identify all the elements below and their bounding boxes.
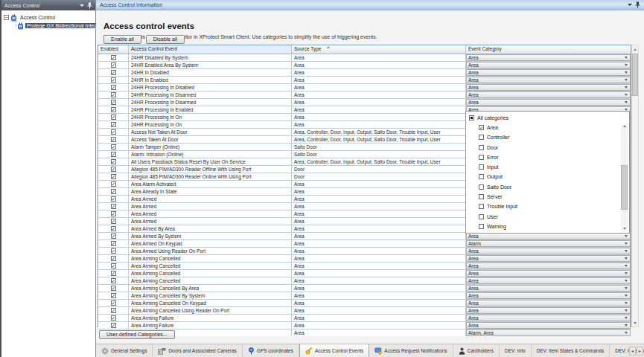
enabled-checkbox[interactable]: ✓ [111,137,116,142]
event-category-combobox[interactable]: Area [466,263,631,269]
category-option[interactable]: Input [479,162,619,172]
event-category-combobox[interactable]: Area [466,99,631,106]
dropdown-scrollbar[interactable] [621,124,628,231]
enabled-checkbox[interactable]: ✓ [111,196,116,202]
column-header-access-control-event[interactable]: Access Control Event [129,45,292,54]
enabled-checkbox[interactable]: ✓ [111,167,116,172]
column-header-source-type[interactable]: Source Type [292,45,466,54]
enabled-checkbox[interactable]: ✓ [111,278,116,283]
enabled-checkbox[interactable]: ✓ [111,204,116,209]
disable-all-button[interactable]: Disable all [146,35,185,44]
category-option[interactable]: Warning [479,222,619,231]
event-category-combobox[interactable]: Alarm [466,240,631,247]
event-category-combobox[interactable]: Area [466,91,631,98]
category-option[interactable]: ✓Area [479,123,619,132]
category-option[interactable]: Controller [479,132,619,142]
category-option[interactable]: Error [479,152,619,162]
tab-gps-coordinates[interactable]: GPS coordinates [243,344,299,357]
tab-scroll-left-icon[interactable]: ◄ [629,347,636,356]
event-category-combobox[interactable]: Area [466,62,631,68]
enable-all-button[interactable]: Enable all [103,35,141,44]
event-category-combobox[interactable]: Alarm, Area [466,329,631,336]
event-category-combobox[interactable]: Area [466,255,631,262]
event-category-combobox[interactable]: Area [466,69,631,76]
enabled-checkbox[interactable]: ✓ [111,315,116,321]
enabled-checkbox[interactable]: ✓ [111,129,116,135]
enabled-checkbox[interactable]: ✓ [111,323,116,328]
enabled-checkbox[interactable]: ✓ [111,256,116,261]
enabled-checkbox[interactable]: ✓ [111,115,116,120]
category-checkbox[interactable] [479,204,484,209]
category-checkbox[interactable]: ✓ [479,125,484,130]
enabled-checkbox[interactable]: ✓ [111,62,116,68]
category-checkbox[interactable] [479,224,484,229]
enabled-checkbox[interactable]: ✓ [111,55,116,60]
column-header-enabled[interactable]: Enabled [98,45,129,54]
tree-collapse-icon[interactable]: − [4,15,9,20]
event-category-combobox[interactable]: Area [466,84,631,91]
enabled-checkbox[interactable]: ✓ [111,219,116,224]
scroll-up-icon[interactable] [632,45,638,53]
enabled-checkbox[interactable]: ✓ [111,152,116,157]
enabled-checkbox[interactable]: ✓ [111,107,116,112]
category-checkbox[interactable] [479,174,484,179]
event-category-combobox[interactable]: Area [466,285,631,292]
event-category-combobox[interactable]: Area [466,233,631,239]
enabled-checkbox[interactable]: ✓ [111,248,116,254]
enabled-checkbox[interactable]: ✓ [111,144,116,149]
enabled-checkbox[interactable]: ✓ [111,263,116,268]
enabled-checkbox[interactable]: ✓ [111,300,116,306]
event-category-combobox[interactable]: Area [466,248,631,254]
category-option[interactable]: Server [479,192,619,202]
category-option[interactable]: Salto Door [479,182,619,192]
enabled-checkbox[interactable]: ✓ [111,234,116,239]
category-checkbox[interactable] [479,184,484,190]
category-option[interactable]: User [479,211,619,221]
tab-cardholders[interactable]: Cardholders [453,344,500,357]
category-option[interactable]: Trouble Input [479,202,619,211]
enabled-checkbox[interactable]: ✓ [111,189,116,194]
enabled-checkbox[interactable]: ✓ [111,85,116,90]
enabled-checkbox[interactable]: ✓ [111,293,116,298]
category-checkbox[interactable] [479,214,484,219]
event-category-combobox[interactable]: Area [466,300,631,306]
scrollbar-thumb[interactable] [632,54,638,96]
enabled-checkbox[interactable]: ✓ [111,159,116,164]
tab-scroll-right-icon[interactable]: ► [637,347,643,356]
all-categories-checkbox[interactable] [469,115,474,120]
dropdown-scroll-up-icon[interactable] [621,125,628,127]
category-checkbox[interactable] [479,145,484,150]
enabled-checkbox[interactable]: ✓ [111,271,116,276]
event-category-combobox[interactable]: Area [466,292,631,299]
enabled-checkbox[interactable]: ✓ [111,241,116,246]
event-category-combobox[interactable]: Area [466,270,631,277]
dropdown-scrollbar-thumb[interactable] [621,165,628,210]
event-category-combobox[interactable]: Area [466,322,631,329]
column-header-event-category[interactable]: Event Category [466,45,631,54]
enabled-checkbox[interactable]: ✓ [111,308,116,313]
category-checkbox[interactable] [479,135,484,140]
enabled-checkbox[interactable]: ✓ [111,70,116,75]
category-checkbox[interactable] [479,164,484,170]
event-category-combobox[interactable]: Area [466,277,631,284]
enabled-checkbox[interactable]: ✓ [111,211,116,216]
user-defined-categories-button[interactable]: User-defined Categories... [99,330,175,339]
pane-menu-chevron-down-icon[interactable] [80,4,84,7]
tab-access-control-events[interactable]: Access Control Events [299,344,369,357]
enabled-checkbox[interactable]: ✓ [111,174,116,179]
event-category-combobox[interactable]: Area [466,54,631,61]
all-categories-option[interactable]: All categories [469,113,628,123]
event-category-combobox[interactable]: Area [466,77,631,83]
tab-access-request-notifications[interactable]: Access Request Notifications [369,344,453,357]
pane-pin-icon[interactable] [87,2,92,9]
tab-dev-info[interactable]: DEV: Info [500,344,532,357]
table-vertical-scrollbar[interactable] [631,45,639,327]
tree-child-item[interactable]: Protege GX Bidirectional Integratio [11,22,95,30]
enabled-checkbox[interactable]: ✓ [111,92,116,97]
event-category-combobox[interactable]: Area [466,315,631,321]
category-checkbox[interactable] [479,194,484,199]
tab-general-settings[interactable]: General Settings [96,344,153,357]
enabled-checkbox[interactable]: ✓ [111,181,116,187]
dropdown-scroll-down-icon[interactable] [621,228,628,230]
tab-doors-and-associated-cameras[interactable]: Doors and Associated Cameras [153,344,242,357]
